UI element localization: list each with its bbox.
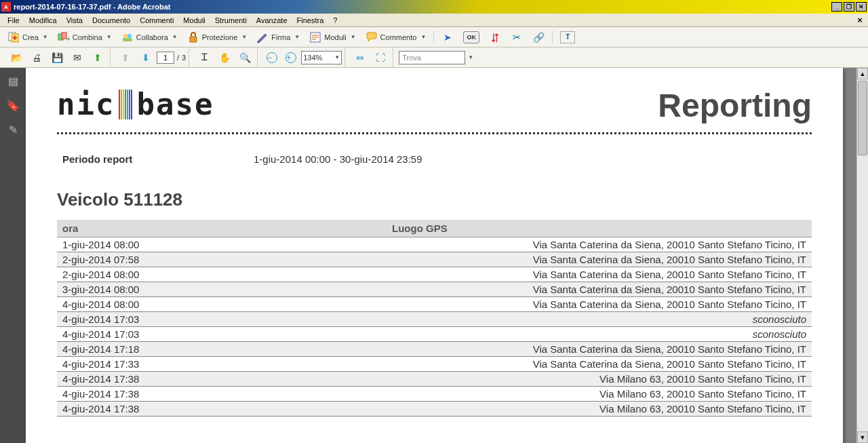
print-button[interactable]: 🖨 [27,50,46,66]
scroll-down-button[interactable]: ▼ [857,431,868,443]
upload-icon: ⬆ [92,52,104,64]
page-number-input[interactable] [157,52,174,64]
cell-ora: 4-giu-2014 17:18 [57,342,389,357]
zoom-select[interactable]: 134% ▼ [301,51,342,64]
pages-panel-button[interactable]: ▤ [5,73,20,88]
logo-stripes-icon [119,90,132,119]
plus-icon: + [285,52,296,63]
zoom-in-button[interactable]: + [282,50,300,66]
zoom-value: 134% [303,54,322,62]
firma-button[interactable]: Firma ▼ [253,29,303,45]
menubar: File Modifica Vista Documento Commenti M… [0,14,868,27]
maximize-button[interactable]: ❐ [844,2,854,12]
save-icon: 💾 [51,52,63,64]
cell-gps: Via Santa Caterina da Siena, 20010 Santo… [389,342,812,357]
chevron-down-icon: ▼ [106,34,112,40]
select-text-tool[interactable]: Ꮖ [195,50,214,66]
chevron-down-icon[interactable]: ▼ [468,54,473,60]
fit-width-icon: ⇔ [354,52,366,64]
vertical-scrollbar[interactable]: ▲ ▼ [856,68,868,443]
text-edit-tool-button[interactable]: T [557,29,578,45]
svg-point-6 [123,34,127,38]
cell-ora: 4-giu-2014 17:38 [57,372,389,387]
printer-icon: 🖨 [31,52,43,64]
find-input[interactable] [399,51,465,64]
col-header-ora: ora [57,220,389,237]
save-button[interactable]: 💾 [47,50,66,66]
moduli-button[interactable]: Moduli ▼ [306,29,359,45]
report-table: ora Luogo GPS 1-giu-2014 08:00Via Santa … [57,220,812,417]
menu-commenti[interactable]: Commenti [135,15,178,26]
fit-page-button[interactable]: ⛶ [371,50,390,66]
pdf-page: nic base Reporting Periodo report 1-giu-… [26,68,843,443]
email-button[interactable]: ✉ [68,50,87,66]
link-tool-button[interactable]: 🔗 [529,29,548,45]
hand-tool[interactable]: ✋ [215,50,234,66]
menu-modifica[interactable]: Modifica [24,15,62,26]
select-tool-button[interactable]: ➤ [438,29,457,45]
menu-documento[interactable]: Documento [87,15,135,26]
signatures-panel-button[interactable]: ✎ [5,122,20,137]
table-row: 4-giu-2014 17:38Via Milano 63, 20010 San… [57,387,812,402]
window-controls: _ ❐ ✕ [831,2,867,12]
next-page-button[interactable]: ⬇ [136,50,155,66]
sign-icon [256,31,269,43]
minimize-button[interactable]: _ [831,2,842,12]
nicbase-logo: nic base [57,87,214,121]
close-document-button[interactable]: × [854,14,865,25]
menu-strumenti[interactable]: Strumenti [210,15,252,26]
bookmark-icon: 🔖 [6,99,20,112]
zoom-marquee-icon: 🔍 [239,52,251,64]
chevron-down-icon: ▼ [43,34,48,40]
combina-button[interactable]: + Combina ▼ [54,29,115,45]
prev-page-button[interactable]: ⬆ [116,50,135,66]
crea-button[interactable]: ✚ Crea ▼ [4,29,52,45]
marquee-zoom-tool[interactable]: 🔍 [235,50,254,66]
cell-ora: 4-giu-2014 17:03 [57,327,389,342]
signature-icon: ✎ [9,123,18,136]
period-row: Periodo report 1-giu-2014 00:00 - 30-giu… [57,153,812,165]
minus-icon: − [267,52,277,63]
chevron-down-icon: ▼ [351,34,356,40]
scroll-thumb[interactable] [858,81,867,155]
menu-help[interactable]: ? [328,15,342,26]
logo-text-right: base [136,87,214,121]
ok-stamp-button[interactable]: OK [460,29,483,45]
fit-width-button[interactable]: ⇔ [351,50,370,66]
open-button[interactable]: 📂 [7,50,26,66]
collabora-button[interactable]: Collabora ▼ [118,29,181,45]
scroll-track[interactable] [857,79,868,431]
table-row: 4-giu-2014 08:00Via Santa Caterina da Si… [57,297,812,312]
link-icon: 🔗 [532,31,545,43]
cell-gps: sconosciuto [389,312,812,327]
menu-avanzate[interactable]: Avanzate [252,15,292,26]
cell-gps: Via Santa Caterina da Siena, 20010 Santo… [389,252,812,267]
cell-gps: Via Santa Caterina da Siena, 20010 Santo… [389,267,812,282]
bookmarks-panel-button[interactable]: 🔖 [5,98,20,113]
protezione-button[interactable]: Protezione ▼ [184,29,251,45]
scroll-up-button[interactable]: ▲ [857,68,868,79]
toolbar-tasks: ✚ Crea ▼ + Combina ▼ Collabora ▼ Protezi… [0,27,868,47]
crop-tool-button[interactable]: ✂ [507,29,526,45]
cell-gps: Via Santa Caterina da Siena, 20010 Santo… [389,282,812,297]
commento-button[interactable]: Commento ▼ [362,29,430,45]
menu-moduli[interactable]: Moduli [178,15,210,26]
uturn-tool-button[interactable]: ⮃ [486,29,505,45]
header-divider [57,132,812,134]
chevron-down-icon: ▼ [334,54,340,60]
menu-file[interactable]: File [3,15,24,26]
table-row: 4-giu-2014 17:03sconosciuto [57,327,812,342]
zoom-out-button[interactable]: − [263,50,281,66]
menu-vista[interactable]: Vista [62,15,87,26]
cell-ora: 4-giu-2014 17:38 [57,402,389,417]
menu-finestra[interactable]: Finestra [292,15,329,26]
text-edit-icon: T [560,31,575,43]
uturn-icon: ⮃ [489,31,501,43]
document-viewport[interactable]: nic base Reporting Periodo report 1-giu-… [26,68,856,443]
table-row: 4-giu-2014 17:03sconosciuto [57,312,812,327]
close-button[interactable]: ✕ [856,2,867,12]
navigation-pane: ▤ 🔖 ✎ [0,68,26,443]
upload-button[interactable]: ⬆ [88,50,107,66]
chevron-down-icon: ▼ [294,34,300,40]
reporting-title: Reporting [658,87,812,124]
